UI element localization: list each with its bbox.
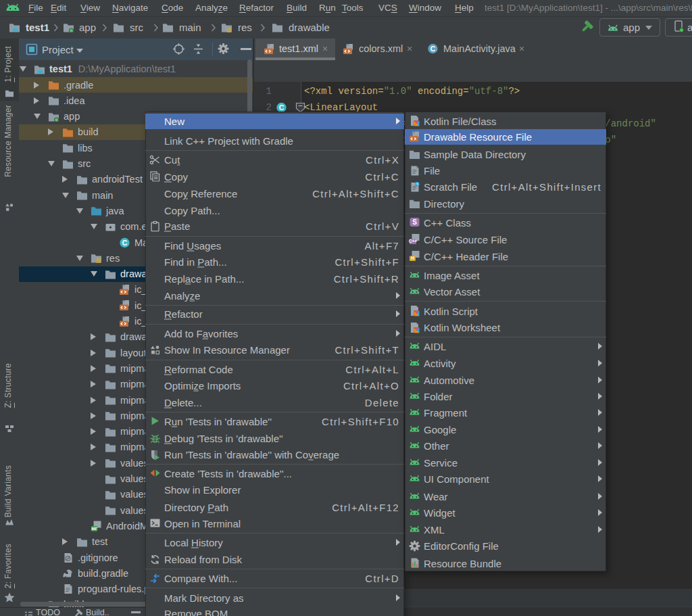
svg-text:C++: C++ [409,239,417,243]
svg-text:MF: MF [91,526,97,530]
svg-text:S: S [412,218,417,226]
svg-text:C: C [279,103,285,112]
svg-text:C: C [430,45,436,53]
svg-text:C: C [122,238,128,246]
svg-text:H: H [411,256,414,260]
